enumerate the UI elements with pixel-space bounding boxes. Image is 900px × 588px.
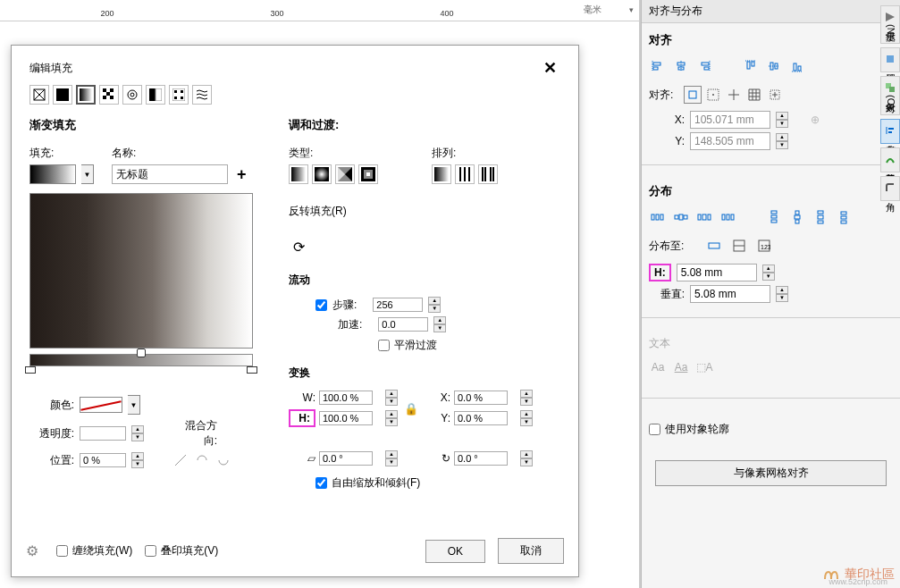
gradient-midpoint-handle[interactable] [137, 349, 146, 357]
pixel-grid-button[interactable]: 与像素网格对齐 [655, 460, 887, 486]
dist-spacing-h-icon[interactable] [695, 208, 713, 226]
dist-to-selection-icon[interactable] [705, 237, 723, 255]
refresh-icon[interactable]: ⟳ [289, 237, 308, 256]
plus-icon[interactable]: + [231, 165, 252, 184]
align-to-page-edge-icon[interactable] [704, 86, 722, 104]
dist-left-icon[interactable] [649, 208, 667, 226]
v-spacing-input[interactable] [690, 285, 770, 303]
position-input[interactable] [80, 453, 126, 467]
linear-gradient-icon[interactable] [289, 164, 308, 184]
radial-gradient-icon[interactable] [312, 164, 332, 184]
align-left-icon[interactable] [649, 57, 667, 75]
conical-gradient-icon[interactable] [335, 164, 355, 184]
winding-checkbox[interactable] [56, 545, 68, 557]
spinner[interactable]: ▲▼ [776, 112, 788, 128]
y-coord-input[interactable] [690, 132, 770, 150]
dist-center-h-icon[interactable] [672, 208, 690, 226]
lock-icon[interactable]: 🔒 [402, 402, 420, 416]
gradient-fill-icon[interactable] [76, 85, 96, 105]
no-fill-icon[interactable] [29, 85, 49, 105]
postscript-fill-icon[interactable] [192, 85, 212, 105]
w-input[interactable] [319, 391, 373, 405]
name-input[interactable] [112, 164, 228, 184]
use-outline-checkbox[interactable] [649, 424, 660, 435]
bitmap-fill-icon[interactable] [169, 85, 189, 105]
dist-spacing-v-icon[interactable] [812, 208, 829, 226]
spinner[interactable]: ▲▼ [131, 425, 144, 441]
x-coord-input[interactable] [690, 111, 770, 129]
solid-fill-icon[interactable] [53, 85, 72, 105]
opacity-input[interactable] [80, 426, 126, 441]
dist-right-icon[interactable] [719, 208, 736, 226]
tab-hints[interactable]: 提示(N) [880, 5, 900, 44]
tab-align-distribute[interactable]: 对齐与分布 [880, 119, 900, 144]
free-scale-checkbox[interactable] [315, 477, 327, 489]
fill-swatch[interactable] [29, 164, 76, 184]
steps-checkbox[interactable] [315, 299, 327, 311]
horizontal-ruler[interactable]: 200 300 400 毫米 ▾ [0, 0, 639, 21]
align-to-page-center-icon[interactable] [725, 86, 743, 104]
tab-objects[interactable]: 对象(O) [880, 76, 900, 115]
align-right-icon[interactable] [695, 57, 713, 75]
spinner[interactable]: ▲▼ [433, 316, 446, 332]
dist-bottom-icon[interactable] [835, 208, 853, 226]
dist-center-v-icon[interactable] [788, 208, 806, 226]
steps-input[interactable] [373, 298, 423, 312]
arrange-mirror-icon[interactable] [478, 164, 498, 184]
spinner[interactable]: ▲▼ [776, 286, 788, 302]
h-spacing-input[interactable] [677, 264, 757, 281]
pattern-fill-icon[interactable] [99, 85, 119, 105]
dist-top-icon[interactable] [765, 208, 783, 226]
spinner[interactable]: ▲▼ [776, 133, 788, 149]
overprint-checkbox[interactable] [145, 545, 156, 557]
spinner[interactable]: ▲▼ [131, 452, 144, 468]
texture-fill-icon[interactable] [122, 85, 142, 105]
blend-linear-icon[interactable] [172, 452, 189, 468]
tab-properties[interactable]: 属性 [880, 47, 900, 72]
color-swatch[interactable] [80, 397, 122, 413]
gradient-stop-start[interactable] [25, 366, 36, 374]
h-input[interactable] [319, 411, 373, 425]
tab-fit-to-path[interactable]: 使对象适合路径 [880, 147, 900, 172]
spinner[interactable]: ▲▼ [520, 410, 533, 426]
y-input[interactable] [454, 411, 508, 425]
accel-input[interactable] [378, 317, 428, 332]
ok-button[interactable]: OK [425, 540, 485, 563]
chevron-down-icon[interactable]: ▼ [128, 395, 140, 415]
dist-to-page-icon[interactable] [730, 237, 748, 255]
align-bottom-icon[interactable] [788, 57, 806, 75]
cancel-button[interactable]: 取消 [498, 538, 564, 564]
spinner[interactable]: ▲▼ [520, 390, 533, 406]
rotate-input[interactable] [454, 451, 508, 466]
two-color-icon[interactable] [146, 85, 165, 105]
x-input[interactable] [454, 391, 508, 405]
blend-cw-icon[interactable] [194, 452, 210, 468]
align-to-selection-icon[interactable] [684, 86, 702, 104]
spinner[interactable]: ▲▼ [385, 410, 398, 426]
arrange-repeat-icon[interactable] [455, 164, 475, 184]
spinner[interactable]: ▲▼ [762, 265, 775, 281]
gradient-preview[interactable] [29, 193, 253, 349]
align-center-h-icon[interactable] [672, 57, 690, 75]
blend-ccw-icon[interactable] [215, 452, 231, 468]
align-top-icon[interactable] [742, 57, 760, 75]
chevron-down-icon[interactable]: ▼ [81, 164, 94, 184]
square-gradient-icon[interactable] [358, 164, 378, 184]
close-icon[interactable]: ✕ [540, 58, 560, 78]
tab-corner[interactable]: 角 [880, 176, 900, 201]
gear-icon[interactable]: ⚙ [26, 542, 44, 560]
align-to-point-icon[interactable] [766, 86, 784, 104]
spinner[interactable]: ▲▼ [428, 297, 441, 313]
gradient-bar[interactable] [29, 354, 253, 366]
align-to-grid-icon[interactable] [745, 86, 763, 104]
arrange-default-icon[interactable] [432, 164, 451, 184]
smooth-checkbox[interactable] [378, 340, 390, 351]
skew-input[interactable] [319, 451, 373, 466]
crosshair-icon[interactable]: ⊕ [806, 111, 824, 129]
spinner[interactable]: ▲▼ [520, 450, 533, 466]
gradient-stop-end[interactable] [247, 366, 257, 374]
dist-to-spacing-icon[interactable]: 123 [755, 237, 773, 255]
ruler-menu-icon[interactable]: ▾ [629, 5, 634, 14]
align-center-v-icon[interactable] [765, 57, 783, 75]
spinner[interactable]: ▲▼ [385, 390, 398, 406]
